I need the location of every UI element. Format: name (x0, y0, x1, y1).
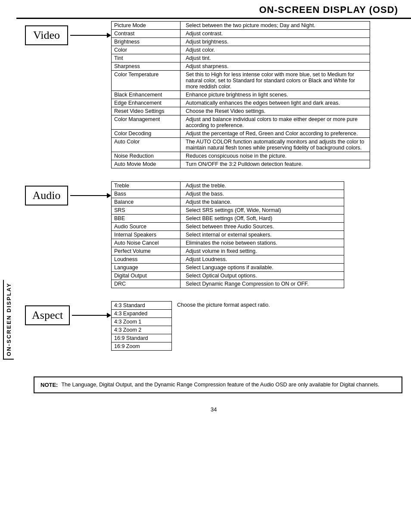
aspect-item-cell: 4:3 Expanded (112, 310, 172, 318)
table-row: ColorAdjust color. (112, 46, 370, 54)
video-label: Video (25, 25, 68, 45)
item-name-cell: Black Enhancement (112, 91, 181, 99)
table-row: 4:3 Zoom 1 (112, 318, 172, 326)
item-name-cell: DRC (112, 280, 181, 288)
item-name-cell: Picture Mode (112, 22, 181, 30)
table-row: Auto Movie ModeTurn ON/OFF the 3:2 Pulld… (112, 160, 370, 168)
item-desc-cell: The AUTO COLOR function automatically mo… (181, 138, 370, 152)
aspect-arrow (72, 313, 111, 318)
table-row: Color TemperatureSet this to High for le… (112, 71, 370, 91)
aspect-table: 4:3 Standard4:3 Expanded4:3 Zoom 14:3 Zo… (111, 301, 172, 351)
item-name-cell: Edge Enhancement (112, 99, 181, 107)
table-row: DRCSelect Dynamic Range Compression to O… (112, 280, 344, 288)
item-name-cell: Color (112, 46, 181, 54)
table-row: 16:9 Standard (112, 334, 172, 342)
item-name-cell: Internal Speakers (112, 231, 181, 239)
note-box: NOTE: The Language, Digital Output, and … (34, 376, 402, 393)
item-desc-cell: Adjust the bass. (181, 190, 344, 198)
table-row: Black EnhancementEnhance picture brightn… (112, 91, 370, 99)
audio-arrow (70, 193, 111, 198)
content-area: Video Picture ModeSelect between the two… (16, 19, 411, 368)
aspect-label: Aspect (25, 305, 70, 325)
table-row: SRSSelect SRS settings (Off, Wide, Norma… (112, 206, 344, 215)
table-row: Edge EnhancementAutomatically enhances t… (112, 99, 370, 107)
audio-section: Audio TrebleAdjust the treble.BassAdjust… (25, 181, 402, 288)
item-name-cell: Tint (112, 54, 181, 62)
left-sidebar: ON-SCREEN DISPLAY (0, 0, 16, 532)
item-name-cell: Contrast (112, 30, 181, 38)
table-row: 4:3 Standard (112, 302, 172, 310)
page-title: ON-SCREEN DISPLAY (OSD) (259, 4, 399, 16)
item-name-cell: Color Decoding (112, 130, 181, 138)
video-arrow-shaft (70, 35, 107, 36)
table-row: Noise ReductionReduces conspicuous noise… (112, 152, 370, 160)
item-name-cell: Auto Movie Mode (112, 160, 181, 168)
item-desc-cell: Adjust sharpness. (181, 62, 370, 71)
table-row: Picture ModeSelect between the two pictu… (112, 22, 370, 30)
aspect-item-cell: 16:9 Zoom (112, 342, 172, 351)
item-desc-cell: Select BBE settings (Off, Soft, Hard) (181, 215, 344, 223)
item-desc-cell: Eliminates the noise between stations. (181, 239, 344, 247)
table-row: TrebleAdjust the treble. (112, 182, 344, 190)
table-row: ContrastAdjust contrast. (112, 30, 370, 38)
aspect-item-cell: 4:3 Standard (112, 302, 172, 310)
item-desc-cell: Select Optical Output options. (181, 272, 344, 280)
item-name-cell: Color Management (112, 115, 181, 130)
aspect-table-area: 4:3 Standard4:3 Expanded4:3 Zoom 14:3 Zo… (111, 301, 402, 351)
table-row: Color ManagementAdjust and balance indiv… (112, 115, 370, 130)
table-row: Audio SourceSelect between three Audio S… (112, 223, 344, 231)
table-row: Auto ColorThe AUTO COLOR function automa… (112, 138, 370, 152)
item-name-cell: Digital Output (112, 272, 181, 280)
item-name-cell: BBE (112, 215, 181, 223)
item-name-cell: SRS (112, 206, 181, 215)
note-text: The Language, Digital Output, and the Dy… (61, 382, 379, 388)
item-desc-cell: Adjust volume in fixed setting. (181, 247, 344, 255)
sidebar-rotated-label: ON-SCREEN DISPLAY (3, 280, 14, 360)
aspect-section: Aspect 4:3 Standard4:3 Expanded4:3 Zoom … (25, 301, 402, 351)
item-name-cell: Auto Noise Cancel (112, 239, 181, 247)
table-row: Auto Noise CancelEliminates the noise be… (112, 239, 344, 247)
aspect-item-cell: 16:9 Standard (112, 334, 172, 342)
item-desc-cell: Adjust brightness. (181, 38, 370, 46)
item-desc-cell: Adjust Loudness. (181, 255, 344, 264)
item-name-cell: Sharpness (112, 62, 181, 71)
video-table: Picture ModeSelect between the two pictu… (111, 21, 370, 168)
item-desc-cell: Adjust and balance individual colors to … (181, 115, 370, 130)
item-name-cell: Treble (112, 182, 181, 190)
table-row: 4:3 Expanded (112, 310, 172, 318)
table-row: Digital OutputSelect Optical Output opti… (112, 272, 344, 280)
table-row: TintAdjust tint. (112, 54, 370, 62)
table-row: LoudnessAdjust Loudness. (112, 255, 344, 264)
item-name-cell: Audio Source (112, 223, 181, 231)
item-name-cell: Brightness (112, 38, 181, 46)
item-desc-cell: Adjust contrast. (181, 30, 370, 38)
item-name-cell: Loudness (112, 255, 181, 264)
item-name-cell: Perfect Volume (112, 247, 181, 255)
table-row: LanguageSelect Language options if avail… (112, 264, 344, 272)
note-label: NOTE: (40, 382, 58, 388)
video-arrow-head (107, 33, 111, 38)
table-row: BrightnessAdjust brightness. (112, 38, 370, 46)
item-desc-cell: Select SRS settings (Off, Wide, Normal) (181, 206, 344, 215)
item-desc-cell: Choose the Reset Video settings. (181, 107, 370, 115)
item-desc-cell: Select between three Audio Sources. (181, 223, 344, 231)
item-desc-cell: Select between the two picture modes; Da… (181, 22, 370, 30)
item-name-cell: Language (112, 264, 181, 272)
item-desc-cell: Set this to High for less intense color … (181, 71, 370, 91)
audio-label: Audio (25, 186, 68, 205)
table-row: BBESelect BBE settings (Off, Soft, Hard) (112, 215, 344, 223)
video-label-container: Video (25, 21, 111, 45)
item-desc-cell: Adjust the balance. (181, 198, 344, 206)
table-row: Reset Video SettingsChoose the Reset Vid… (112, 107, 370, 115)
table-row: Color DecodingAdjust the percentage of R… (112, 130, 370, 138)
table-row: Perfect VolumeAdjust volume in fixed set… (112, 247, 344, 255)
item-name-cell: Color Temperature (112, 71, 181, 91)
video-table-area: Picture ModeSelect between the two pictu… (111, 21, 402, 168)
item-desc-cell: Adjust the percentage of Red, Green and … (181, 130, 370, 138)
aspect-arrow-head (107, 313, 111, 318)
table-row: SharpnessAdjust sharpness. (112, 62, 370, 71)
table-row: BalanceAdjust the balance. (112, 198, 344, 206)
item-desc-cell: Adjust the treble. (181, 182, 344, 190)
item-name-cell: Noise Reduction (112, 152, 181, 160)
item-desc-cell: Select Language options if available. (181, 264, 344, 272)
